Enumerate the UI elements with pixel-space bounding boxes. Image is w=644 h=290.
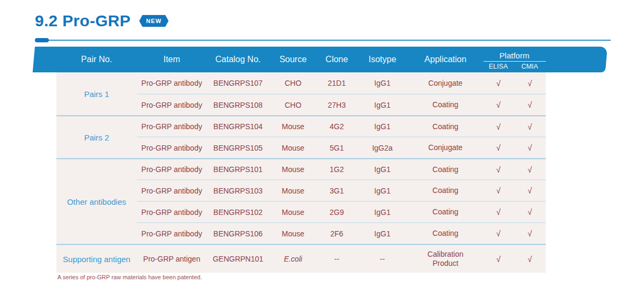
table-cell-clone: -- <box>317 244 357 273</box>
cmia-checkmark-icon: √ <box>514 115 546 137</box>
new-badge-icon: NEW <box>139 15 169 27</box>
cmia-checkmark-icon: √ <box>514 137 546 158</box>
table-cell-isotype: IgG1 <box>357 94 408 115</box>
column-header-application: Application <box>408 55 483 64</box>
cmia-checkmark-icon: √ <box>514 222 546 244</box>
table-cell-application: Calibration Product <box>408 244 483 273</box>
table-cell-isotype: IgG1 <box>357 201 408 222</box>
table-cell-source: Mouse <box>269 137 317 158</box>
table-cell-clone: 1G2 <box>317 158 357 180</box>
table-cell-isotype: IgG1 <box>357 180 408 201</box>
divider-dot-icon <box>35 38 49 42</box>
table-cell-application: Coating <box>408 158 483 180</box>
cmia-checkmark-icon: √ <box>514 244 546 273</box>
column-header-pair-no: Pair No. <box>56 55 137 64</box>
table-cell-isotype: IgG2a <box>357 137 408 158</box>
table-cell-catalog-no: BENGRPS107 <box>207 72 269 94</box>
table-cell-source: Mouse <box>269 201 317 222</box>
table-cell-clone: 5G1 <box>317 137 357 158</box>
column-header-catalog-no: Catalog No. <box>207 55 269 64</box>
table-cell-item: Pro-GRP antibody <box>137 222 207 244</box>
elisa-checkmark-icon: √ <box>483 94 514 115</box>
column-header-elisa: ELISA <box>483 63 514 70</box>
cmia-checkmark-icon: √ <box>514 94 546 115</box>
elisa-checkmark-icon: √ <box>483 158 514 180</box>
elisa-checkmark-icon: √ <box>483 222 514 244</box>
page-title: 9.2 Pro-GRP <box>35 12 130 30</box>
table-cell-item: Pro-GRP antibody <box>137 180 207 201</box>
table-cell-application: Coating <box>408 180 483 201</box>
table-cell-application: Coating <box>408 201 483 222</box>
platform-subcolumns: ELISA CMIA <box>483 63 546 70</box>
table-cell-isotype: IgG1 <box>357 72 408 94</box>
table-cell-catalog-no: BENGRPS103 <box>207 180 269 201</box>
table-body: Pairs 1 Pairs 2 Other antibodies Support… <box>56 72 546 273</box>
group-label-other-antibodies: Other antibodies <box>56 158 137 244</box>
table-cell-catalog-no: BENGRPS104 <box>207 115 269 137</box>
table-cell-source: Mouse <box>269 115 317 137</box>
table-cell-clone: 27H3 <box>317 94 357 115</box>
table-cell-isotype: IgG1 <box>357 222 408 244</box>
cmia-checkmark-icon: √ <box>514 180 546 201</box>
cmia-checkmark-icon: √ <box>514 72 546 94</box>
page-header: 9.2 Pro-GRP NEW <box>35 12 169 30</box>
table-cell-clone: 3G1 <box>317 180 357 201</box>
table-cell-application: Coating <box>408 222 483 244</box>
group-label-pairs-2: Pairs 2 <box>56 115 137 158</box>
elisa-checkmark-icon: √ <box>483 244 514 273</box>
table-cell-item: Pro-GRP antibody <box>137 137 207 158</box>
column-header-source: Source <box>269 55 317 64</box>
table-cell-clone: 2G9 <box>317 201 357 222</box>
platform-underline <box>484 61 546 62</box>
table-cell-application: Conjugate <box>408 72 483 94</box>
table-cell-item: Pro-GRP antibody <box>137 158 207 180</box>
table-cell-item: Pro-GRP antibody <box>137 72 207 94</box>
table-cell-source: Mouse <box>269 222 317 244</box>
table-cell-item: Pro-GRP antibody <box>137 201 207 222</box>
table-cell-item: Pro-GRP antibody <box>137 94 207 115</box>
column-header-platform: Platform <box>500 51 530 60</box>
table-cell-application: Coating <box>408 94 483 115</box>
elisa-checkmark-icon: √ <box>483 72 514 94</box>
table-cell-catalog-no: BENGRPS108 <box>207 94 269 115</box>
table-cell-item: Pro-GRP antigen <box>137 244 207 273</box>
table-cell-source: CHO <box>269 94 317 115</box>
group-label-pairs-1: Pairs 1 <box>56 72 137 115</box>
table-cell-source: E.coli <box>269 244 317 273</box>
column-header-platform-group: Platform ELISA CMIA <box>483 46 546 73</box>
cmia-checkmark-icon: √ <box>514 158 546 180</box>
table-cell-isotype: IgG1 <box>357 115 408 137</box>
table-cell-clone: 4G2 <box>317 115 357 137</box>
table-cell-application: Conjugate <box>408 137 483 158</box>
table-cell-source: Mouse <box>269 180 317 201</box>
column-header-clone: Clone <box>317 55 357 64</box>
table-cell-catalog-no: GENGRPN101 <box>207 244 269 273</box>
table-cell-isotype: -- <box>357 244 408 273</box>
table-cell-clone: 2F6 <box>317 222 357 244</box>
table-cell-catalog-no: BENGRPS105 <box>207 137 269 158</box>
table-cell-catalog-no: BENGRPS101 <box>207 158 269 180</box>
elisa-checkmark-icon: √ <box>483 180 514 201</box>
table-cell-application: Coating <box>408 115 483 137</box>
table-cell-item: Pro-GRP antibody <box>137 115 207 137</box>
table-cell-source: Mouse <box>269 158 317 180</box>
column-header-cmia: CMIA <box>514 63 546 70</box>
patent-footnote: A series of pro-GRP raw materials have b… <box>57 274 202 280</box>
table-cell-isotype: IgG1 <box>357 158 408 180</box>
group-label-supporting-antigen: Supporting antigen <box>56 244 137 273</box>
column-header-item: Item <box>137 55 207 64</box>
table-cell-clone: 21D1 <box>317 72 357 94</box>
elisa-checkmark-icon: √ <box>483 201 514 222</box>
title-divider <box>35 40 611 41</box>
cmia-checkmark-icon: √ <box>514 201 546 222</box>
table-cell-catalog-no: BENGRPS102 <box>207 201 269 222</box>
table-header-row: Pair No. Item Catalog No. Source Clone I… <box>35 47 630 72</box>
elisa-checkmark-icon: √ <box>483 137 514 158</box>
column-header-isotype: Isotype <box>357 55 408 64</box>
elisa-checkmark-icon: √ <box>483 115 514 137</box>
table-cell-catalog-no: BENGRPS106 <box>207 222 269 244</box>
table-cell-source: CHO <box>269 72 317 94</box>
